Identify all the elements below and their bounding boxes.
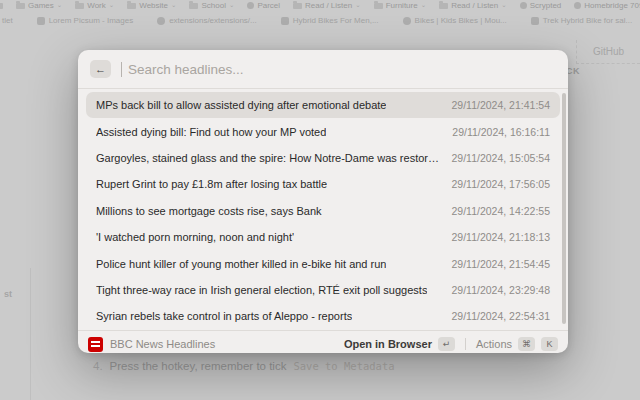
list-item[interactable]: Gargoyles, stained glass and the spire: …: [86, 145, 560, 171]
open-in-browser-label: Open in Browser: [344, 338, 432, 350]
scrollbar[interactable]: [562, 93, 566, 324]
list-item[interactable]: MPs back bill to allow assisted dying af…: [86, 92, 560, 118]
bookmark-label: Homebridge 7094: [584, 1, 640, 10]
footer-divider: [465, 338, 466, 350]
bookmark-folder-school[interactable]: School⌄: [189, 1, 234, 10]
bookmark-label: tlet: [2, 16, 13, 25]
bookmark-folder-read-listen-2[interactable]: Read / Listen⌄: [439, 1, 507, 10]
list-item[interactable]: Millions to see mortgage costs rise, say…: [86, 198, 560, 224]
step-number: 4.: [93, 360, 103, 372]
headline-timestamp: 29/11/2024, 17:56:05: [452, 178, 550, 190]
bookmark-label: Scrypted: [530, 1, 562, 10]
bookmark-label: Furniture: [386, 1, 418, 10]
github-link-box: GitHub: [576, 40, 640, 64]
bookmark-item-outlet[interactable]: tlet: [2, 16, 13, 25]
bookmark-item-kids-bikes[interactable]: Bikes | Kids Bikes | Mou...: [403, 16, 507, 25]
headline-timestamp: 29/11/2024, 23:29:48: [452, 284, 550, 296]
list-item[interactable]: Assisted dying bill: Find out how your M…: [86, 118, 560, 144]
bookmark-scrypted[interactable]: Scrypted: [520, 1, 562, 10]
headline-title: Police hunt killer of young mother kille…: [96, 258, 386, 270]
headline-timestamp: 29/11/2024, 21:41:54: [452, 99, 550, 111]
bookmark-item-trek-bike[interactable]: Trek Hybrid Bike for sal...: [531, 16, 633, 25]
bookmark-item-hybrid-bikes[interactable]: Hybrid Bikes For Men,...: [281, 16, 379, 25]
search-input[interactable]: [126, 61, 556, 78]
speaker-icon: [531, 17, 539, 25]
list-item[interactable]: Rupert Grint to pay £1.8m after losing t…: [86, 171, 560, 197]
chevron-down-icon: ⌄: [501, 2, 506, 9]
list-item[interactable]: 'I watched porn morning, noon and night'…: [86, 224, 560, 250]
bookmark-label: Games: [28, 1, 54, 10]
k-key-icon: K: [541, 337, 558, 351]
bookmark-label: School: [201, 1, 225, 10]
site-favicon: [403, 17, 411, 25]
bookmarks-bar: Games⌄ Work⌄ Website⌄ School⌄ Parcel Rea…: [0, 0, 640, 11]
bookmark-items-row: tlet Lorem Picsum - Images extensions/ex…: [0, 13, 640, 28]
github-link[interactable]: GitHub: [593, 46, 624, 57]
image-icon: [37, 17, 45, 25]
folder-icon: [0, 3, 3, 9]
return-key-icon: ↵: [438, 337, 455, 351]
headline-title: Gargoyles, stained glass and the spire: …: [96, 152, 440, 164]
command-key-icon: ⌘: [518, 337, 535, 351]
headline-title: 'I watched porn morning, noon and night': [96, 231, 294, 243]
headline-list: MPs back bill to allow assisted dying af…: [78, 89, 568, 330]
headline-title: Millions to see mortgage costs rise, say…: [96, 205, 322, 217]
chevron-down-icon: ⌄: [109, 2, 114, 9]
bookmark-label: Lorem Picsum - Images: [49, 16, 133, 25]
folder-icon: [293, 3, 302, 9]
bookmark-label: Hybrid Bikes For Men,...: [293, 16, 379, 25]
headline-timestamp: 29/11/2024, 21:54:45: [452, 258, 550, 270]
headline-title: Assisted dying bill: Find out how your M…: [96, 126, 326, 138]
chevron-down-icon: ⌄: [229, 2, 234, 9]
bookmark-label: Read / Listen: [305, 1, 352, 10]
command-palette-window: ← MPs back bill to allow assisted dying …: [78, 50, 568, 353]
headline-title: Rupert Grint to pay £1.8m after losing t…: [96, 178, 327, 190]
chevron-down-icon: ⌄: [57, 2, 62, 9]
headline-timestamp: 29/11/2024, 16:16:11: [452, 126, 550, 138]
bookmark-homebridge[interactable]: Homebridge 7094: [574, 1, 640, 10]
bookmark-item-lorem-picsum[interactable]: Lorem Picsum - Images: [37, 16, 133, 25]
bookmark-label: Website: [139, 1, 168, 10]
back-arrow-icon: ←: [95, 63, 106, 75]
palette-footer: BBC News Headlines Open in Browser ↵ Act…: [78, 330, 568, 353]
open-in-browser-action[interactable]: Open in Browser ↵: [344, 337, 455, 351]
back-button[interactable]: ←: [90, 60, 111, 78]
site-favicon: [281, 17, 289, 25]
bookmark-folder-games[interactable]: Games⌄: [16, 1, 62, 10]
folder-icon: [16, 3, 25, 9]
chevron-down-icon: ⌄: [171, 2, 176, 9]
bookmark-folder-furniture[interactable]: Furniture⌄: [374, 1, 426, 10]
actions-menu-button[interactable]: Actions ⌘ K: [476, 337, 558, 351]
headline-timestamp: 29/11/2024, 22:54:31: [452, 310, 550, 322]
headline-title: MPs back bill to allow assisted dying af…: [96, 99, 386, 111]
headline-timestamp: 29/11/2024, 21:18:13: [452, 231, 550, 243]
headline-title: Tight three-way race in Irish general el…: [96, 284, 427, 296]
list-item[interactable]: Police hunt killer of young mother kille…: [86, 250, 560, 276]
step-code: Save to Metadata: [293, 360, 394, 372]
folder-icon: [75, 3, 84, 9]
page-text-fragment: st: [4, 289, 12, 299]
bookmark-folder-read-listen[interactable]: Read / Listen⌄: [293, 1, 361, 10]
bookmark-folder-work[interactable]: Work⌄: [75, 1, 114, 10]
folder-icon: [127, 3, 136, 9]
sidebar-divider: [30, 268, 31, 400]
bookmark-folder-website[interactable]: Website⌄: [127, 1, 176, 10]
step-text: Press the hotkey, remember to tick: [110, 360, 287, 372]
list-item[interactable]: Tight three-way race in Irish general el…: [86, 277, 560, 303]
palette-header: ←: [78, 50, 568, 89]
folder-icon: [374, 3, 383, 9]
chevron-down-icon: ⌄: [421, 2, 426, 9]
bbc-logo-icon: [88, 337, 103, 352]
text-caret: [121, 62, 122, 77]
chevron-down-icon: ⌄: [355, 2, 360, 9]
extension-name: BBC News Headlines: [110, 338, 337, 350]
list-item[interactable]: Syrian rebels take control in parts of A…: [86, 303, 560, 329]
globe-icon: [247, 2, 254, 9]
globe-icon: [574, 2, 581, 9]
headline-timestamp: 29/11/2024, 14:22:55: [452, 205, 550, 217]
bookmark-label: Parcel: [257, 1, 280, 10]
headline-title: Syrian rebels take control in parts of A…: [96, 310, 352, 322]
bookmark-item-extensions[interactable]: extensions/extensions/...: [157, 16, 257, 25]
bookmark-parcel[interactable]: Parcel: [247, 1, 280, 10]
folder-icon: [189, 3, 198, 9]
